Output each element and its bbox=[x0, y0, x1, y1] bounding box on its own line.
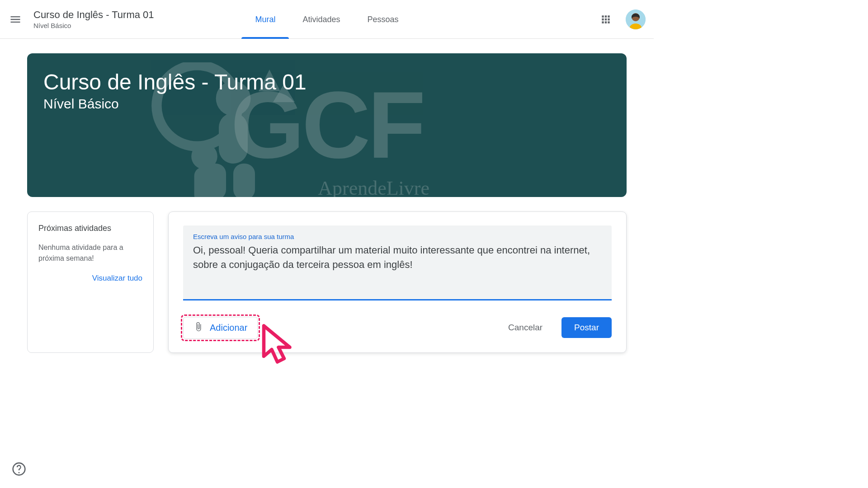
svg-point-9 bbox=[191, 143, 217, 169]
paperclip-icon bbox=[193, 322, 203, 334]
svg-rect-8 bbox=[233, 164, 255, 197]
upcoming-empty-text: Nenhuma atividade para a próxima semana! bbox=[38, 242, 142, 264]
main-menu-button[interactable] bbox=[5, 9, 26, 30]
tab-people[interactable]: Pessoas bbox=[354, 0, 412, 39]
upcoming-view-all[interactable]: Visualizar tudo bbox=[38, 274, 142, 283]
post-button[interactable]: Postar bbox=[561, 317, 612, 338]
class-subtitle: Nível Básico bbox=[33, 22, 154, 29]
google-apps-button[interactable] bbox=[597, 10, 615, 28]
class-title: Curso de Inglês - Turma 01 bbox=[33, 9, 154, 21]
composer-actions: Adicionar Cancelar Postar bbox=[183, 317, 612, 339]
svg-rect-7 bbox=[204, 164, 226, 197]
banner-subtitle: Nível Básico bbox=[43, 96, 610, 112]
account-avatar[interactable] bbox=[626, 9, 646, 29]
top-header: Curso de Inglês - Turma 01 Nível Básico … bbox=[0, 0, 654, 39]
tab-stream[interactable]: Mural bbox=[241, 0, 289, 39]
upcoming-heading: Próximas atividades bbox=[38, 224, 142, 233]
class-banner: GCF AprendeLivre Curso de Inglês - Turma… bbox=[27, 53, 627, 197]
hamburger-icon bbox=[9, 13, 22, 26]
announcement-textfield[interactable]: Escreva um aviso para sua turma Oi, pess… bbox=[183, 225, 612, 300]
announcement-body-text: Oi, pessoal! Queria compartilhar um mate… bbox=[193, 243, 602, 272]
page-content: GCF AprendeLivre Curso de Inglês - Turma… bbox=[0, 39, 654, 367]
upcoming-card: Próximas atividades Nenhuma atividade pa… bbox=[27, 211, 154, 353]
banner-title: Curso de Inglês - Turma 01 bbox=[43, 70, 610, 94]
main-row: Próximas atividades Nenhuma atividade pa… bbox=[27, 211, 627, 353]
svg-rect-6 bbox=[219, 113, 248, 164]
apps-grid-icon bbox=[600, 14, 612, 25]
banner-watermark-sub: AprendeLivre bbox=[318, 177, 429, 197]
add-attachment-button[interactable]: Adicionar bbox=[183, 317, 258, 339]
cancel-button[interactable]: Cancelar bbox=[498, 318, 552, 337]
announcement-placeholder-label: Escreva um aviso para sua turma bbox=[193, 233, 602, 240]
tab-classwork[interactable]: Atividades bbox=[289, 0, 354, 39]
announcement-composer: Escreva um aviso para sua turma Oi, pess… bbox=[168, 211, 627, 353]
svg-rect-10 bbox=[194, 167, 215, 197]
add-attachment-label: Adicionar bbox=[210, 323, 247, 333]
header-right bbox=[597, 9, 646, 29]
avatar-illustration-icon bbox=[626, 9, 646, 29]
class-title-block[interactable]: Curso de Inglês - Turma 01 Nível Básico bbox=[33, 9, 154, 29]
